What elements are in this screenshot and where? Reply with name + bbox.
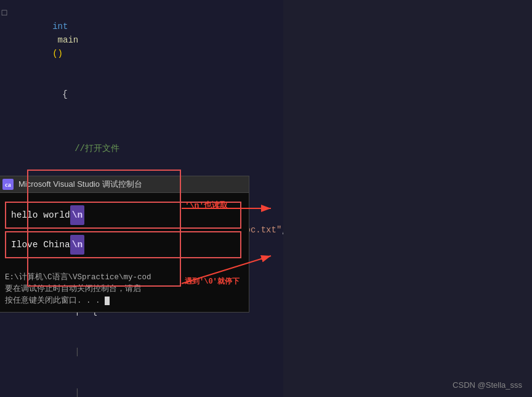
fn-main: main <box>52 35 78 45</box>
main-container: □ int main () { //打开文件 <box>0 0 532 397</box>
code-content-2: { <box>9 74 277 115</box>
output-line-2: I love China \n <box>11 235 235 255</box>
code-line-9: | perror("fopen"); <box>0 372 277 397</box>
collapse-icon-1[interactable]: □ <box>0 6 9 20</box>
console-window: ca Microsoft Visual Studio 调试控制台 hello w… <box>0 176 249 313</box>
console-cursor <box>105 297 110 305</box>
code-content-1: int main () <box>9 6 277 74</box>
console-title: Microsoft Visual Studio 调试控制台 <box>18 179 142 190</box>
newline-2: \n <box>70 235 84 255</box>
console-footer: E:\计算机\C语言\VSpractice\my-cod 要在调试停止时自动关闭… <box>0 267 249 312</box>
brace-open: { <box>62 89 67 99</box>
code-line-1: □ int main () <box>0 6 277 74</box>
code-content-3 <box>9 115 277 128</box>
paren-1: () <box>52 49 63 59</box>
output-text-love: love China <box>17 235 70 254</box>
output-box-2: I love China \n <box>5 231 241 258</box>
output-text-1: hello world <box>11 206 70 224</box>
newline-1: \n <box>70 205 84 225</box>
csdn-watermark: CSDN @Stella_sss <box>453 380 522 390</box>
console-app-icon: ca <box>2 179 14 190</box>
footer-line-3: 按任意键关闭此窗口. . . <box>5 295 241 307</box>
code-content-9: | perror("fopen"); <box>9 372 277 397</box>
annotation-text-2: 遇到'\0'就停下 <box>185 276 240 287</box>
code-line-4: //打开文件 <box>0 128 277 169</box>
code-line-3 <box>0 115 277 128</box>
code-line-2: { <box>0 74 277 115</box>
annotation-text-1: '\n'也读取 <box>185 200 228 211</box>
console-titlebar: ca Microsoft Visual Studio 调试控制台 <box>0 176 249 193</box>
code-line-8: | <box>0 332 277 372</box>
code-content-4: //打开文件 <box>9 128 277 169</box>
code-content-8: | <box>9 332 277 372</box>
comment-open-file: //打开文件 <box>75 144 119 153</box>
keyword-int: int <box>52 22 68 31</box>
output-text-2: I <box>11 235 17 254</box>
